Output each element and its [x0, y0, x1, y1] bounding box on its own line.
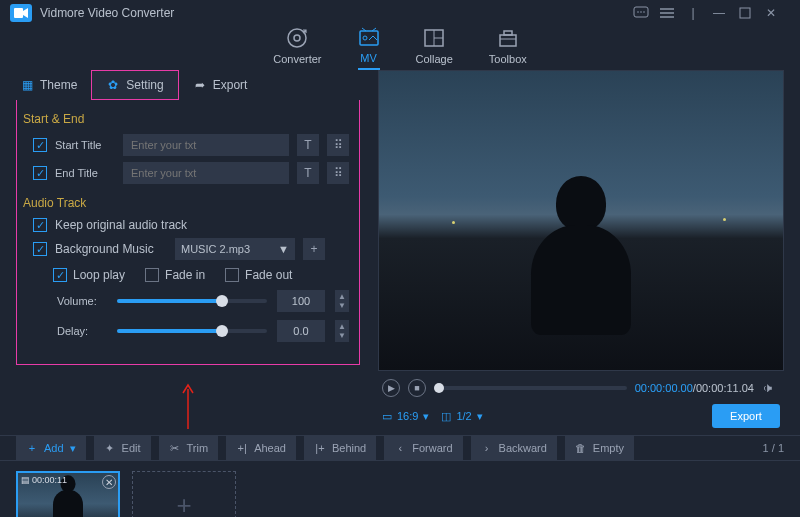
bg-music-checkbox[interactable] [33, 242, 47, 256]
app-logo-icon [10, 4, 32, 22]
close-icon[interactable]: ✕ [758, 0, 784, 26]
time-display: 00:00:00.00/00:00:11.04 [635, 382, 754, 394]
subtab-setting-label: Setting [126, 78, 163, 92]
fade-out-label: Fade out [245, 268, 292, 282]
forward-button[interactable]: ‹Forward [384, 436, 462, 460]
chevron-down-icon: ▾ [70, 442, 76, 455]
volume-label: Volume: [57, 295, 107, 307]
delay-stepper[interactable]: ▲▼ [335, 320, 349, 342]
clip-duration: ▤00:00:11 [21, 475, 67, 485]
svg-point-3 [640, 11, 642, 13]
start-title-expand-button[interactable]: ⠿ [327, 134, 349, 156]
subtab-export-label: Export [213, 78, 248, 92]
play-button[interactable]: ▶ [382, 379, 400, 397]
chevron-down-icon: ▾ [477, 410, 483, 423]
svg-rect-18 [500, 35, 516, 46]
subtab-export[interactable]: ➦ Export [179, 70, 262, 100]
ahead-button[interactable]: +|Ahead [226, 436, 296, 460]
chevron-down-icon: ▼ [278, 243, 289, 255]
tab-toolbox[interactable]: Toolbox [489, 27, 527, 69]
plus-icon: + [26, 442, 38, 454]
volume-value[interactable]: 100 [277, 290, 325, 312]
start-title-input[interactable] [123, 134, 289, 156]
loop-play-checkbox[interactable] [53, 268, 67, 282]
fade-in-checkbox[interactable] [145, 268, 159, 282]
start-title-font-button[interactable]: T [297, 134, 319, 156]
bg-music-label: Background Music [55, 242, 167, 256]
fade-in-label: Fade in [165, 268, 205, 282]
volume-icon[interactable]: 🕩 [762, 381, 780, 395]
empty-button[interactable]: 🗑Empty [565, 436, 634, 460]
forward-icon: ‹ [394, 442, 406, 454]
bg-music-select[interactable]: MUSIC 2.mp3 ▼ [175, 238, 295, 260]
delay-value[interactable]: 0.0 [277, 320, 325, 342]
end-title-font-button[interactable]: T [297, 162, 319, 184]
wand-icon: ✦ [104, 442, 116, 455]
bg-music-add-button[interactable]: + [303, 238, 325, 260]
delay-slider[interactable] [117, 329, 267, 333]
start-end-heading: Start & End [23, 112, 349, 126]
svg-rect-19 [504, 31, 512, 35]
bg-music-value: MUSIC 2.mp3 [181, 243, 250, 255]
add-button[interactable]: +Add▾ [16, 436, 86, 460]
trim-button[interactable]: ✂Trim [159, 436, 219, 460]
aspect-ratio-select[interactable]: ▭ 16:9 ▾ [382, 410, 429, 423]
export-button[interactable]: Export [712, 404, 780, 428]
svg-point-10 [294, 35, 300, 41]
tab-mv[interactable]: MV [358, 26, 380, 70]
volume-slider[interactable] [117, 299, 267, 303]
tab-collage[interactable]: Collage [416, 27, 453, 69]
app-title: Vidmore Video Converter [40, 6, 628, 20]
stop-button[interactable]: ■ [408, 379, 426, 397]
tab-toolbox-label: Toolbox [489, 53, 527, 65]
split-icon: ◫ [441, 410, 451, 423]
start-title-label: Start Title [55, 139, 115, 151]
clip-thumbnail[interactable]: ▤00:00:11 ✕ ▷ ✕🔈 ✦ ✂ [16, 471, 120, 517]
svg-point-4 [643, 11, 645, 13]
film-icon: ▤ [21, 475, 30, 485]
backward-button[interactable]: ›Backward [471, 436, 557, 460]
svg-point-12 [363, 36, 367, 40]
behind-button[interactable]: |+Behind [304, 436, 376, 460]
tab-collage-label: Collage [416, 53, 453, 65]
collage-icon [423, 27, 445, 49]
chevron-down-icon: ▾ [423, 410, 429, 423]
add-clip-button[interactable]: + [132, 471, 236, 517]
annotation-arrow-icon [16, 383, 360, 429]
maximize-icon[interactable] [732, 0, 758, 26]
clip-remove-button[interactable]: ✕ [102, 475, 116, 489]
keep-original-checkbox[interactable] [33, 218, 47, 232]
svg-rect-0 [14, 8, 23, 18]
volume-stepper[interactable]: ▲▼ [335, 290, 349, 312]
end-title-input[interactable] [123, 162, 289, 184]
subtab-theme-label: Theme [40, 78, 77, 92]
split-select[interactable]: ◫ 1/2 ▾ [441, 410, 482, 423]
page-indicator: 1 / 1 [763, 442, 784, 454]
end-title-label: End Title [55, 167, 115, 179]
converter-icon [286, 27, 308, 49]
progress-bar[interactable] [434, 386, 627, 390]
tab-converter-label: Converter [273, 53, 321, 65]
svg-point-9 [288, 29, 306, 47]
edit-button[interactable]: ✦Edit [94, 436, 151, 460]
gear-icon: ✿ [106, 78, 120, 92]
video-preview [378, 70, 784, 371]
keep-original-label: Keep original audio track [55, 218, 187, 232]
end-title-expand-button[interactable]: ⠿ [327, 162, 349, 184]
ahead-icon: +| [236, 442, 248, 454]
minimize-icon[interactable]: — [706, 0, 732, 26]
feedback-icon[interactable] [628, 0, 654, 26]
tab-converter[interactable]: Converter [273, 27, 321, 69]
mv-icon [358, 26, 380, 48]
subtab-theme[interactable]: ▦ Theme [6, 70, 91, 100]
trash-icon: 🗑 [575, 442, 587, 454]
fade-out-checkbox[interactable] [225, 268, 239, 282]
svg-point-2 [637, 11, 639, 13]
start-title-checkbox[interactable] [33, 138, 47, 152]
end-title-checkbox[interactable] [33, 166, 47, 180]
subtab-setting[interactable]: ✿ Setting [91, 70, 178, 100]
svg-rect-8 [740, 8, 750, 18]
audio-track-heading: Audio Track [23, 196, 349, 210]
menu-icon[interactable] [654, 0, 680, 26]
loop-play-label: Loop play [73, 268, 125, 282]
